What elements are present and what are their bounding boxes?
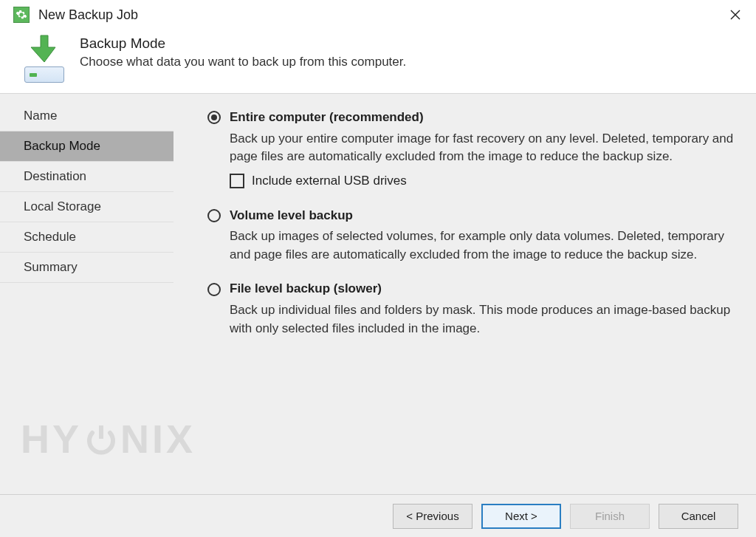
option-description: Back up images of selected volumes, for … — [230, 228, 735, 264]
header-subtitle: Choose what data you want to back up fro… — [80, 55, 406, 69]
backup-arrow-icon — [22, 34, 66, 83]
content-pane: Entire computer (recommended) Back up yo… — [173, 94, 756, 494]
close-button[interactable] — [721, 3, 750, 27]
option-title: Entire computer (recommended) — [230, 109, 424, 127]
step-backup-mode[interactable]: Backup Mode — [0, 131, 173, 162]
gear-icon — [13, 7, 30, 23]
option-volume-level: Volume level backup Back up images of se… — [207, 207, 735, 264]
checkbox-label: Include external USB drives — [252, 172, 407, 191]
option-description: Back up individual files and folders by … — [230, 301, 735, 338]
radio-entire-computer[interactable] — [207, 111, 221, 124]
wizard-header: Backup Mode Choose what data you want to… — [0, 27, 756, 93]
step-name[interactable]: Name — [0, 101, 173, 131]
window-title: New Backup Job — [38, 7, 138, 23]
wizard-window: New Backup Job Backup Mode Choose what d… — [0, 0, 756, 537]
radio-volume-level[interactable] — [207, 209, 221, 222]
option-title: Volume level backup — [230, 207, 353, 225]
checkbox-include-usb[interactable] — [230, 174, 244, 188]
step-local-storage[interactable]: Local Storage — [0, 192, 173, 222]
step-destination[interactable]: Destination — [0, 162, 173, 192]
step-summary[interactable]: Summary — [0, 253, 173, 283]
drive-icon — [24, 66, 64, 83]
step-schedule[interactable]: Schedule — [0, 222, 173, 253]
radio-file-level[interactable] — [207, 283, 221, 296]
option-title: File level backup (slower) — [230, 280, 382, 298]
cancel-button[interactable]: Cancel — [659, 504, 738, 529]
option-entire-computer: Entire computer (recommended) Back up yo… — [207, 109, 735, 191]
finish-button: Finish — [570, 504, 650, 529]
wizard-steps: Name Backup Mode Destination Local Stora… — [0, 94, 173, 494]
next-button[interactable]: Next > — [481, 504, 561, 529]
header-title: Backup Mode — [80, 35, 406, 52]
titlebar: New Backup Job — [0, 0, 756, 27]
wizard-footer: < Previous Next > Finish Cancel — [0, 494, 756, 537]
previous-button[interactable]: < Previous — [393, 504, 472, 529]
option-description: Back up your entire computer image for f… — [230, 130, 735, 166]
option-file-level: File level backup (slower) Back up indiv… — [207, 280, 735, 338]
